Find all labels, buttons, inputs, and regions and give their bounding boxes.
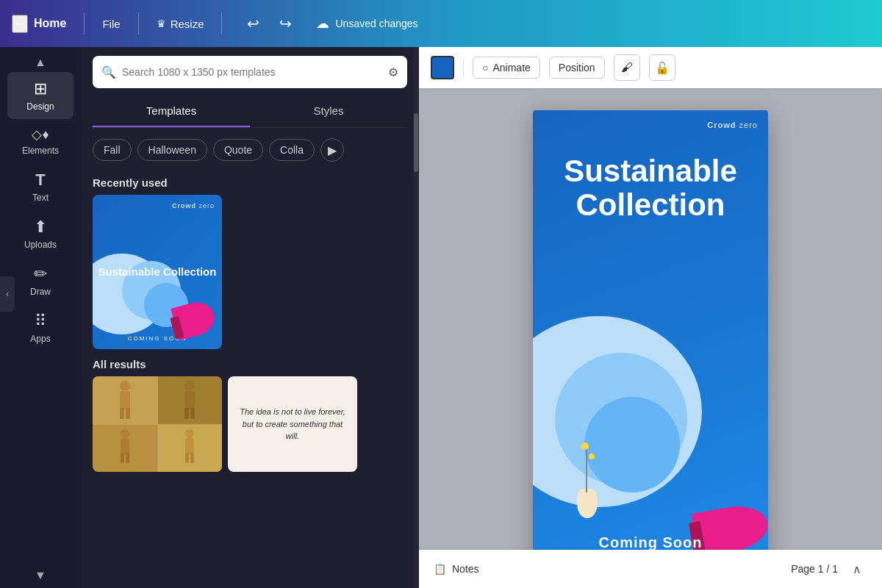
tc-zero: zero: [196, 202, 215, 209]
undo-button[interactable]: ↩: [240, 10, 266, 37]
design-dot-1: [581, 442, 589, 450]
all-results-heading: All results: [81, 349, 419, 376]
resize-button[interactable]: ♛ Resize: [157, 18, 204, 30]
header-actions: ↩ ↪: [240, 10, 298, 37]
header-left: ← Home: [12, 15, 66, 33]
resize-label: Resize: [171, 18, 204, 30]
panel-scrollbar[interactable]: [413, 47, 419, 588]
animate-label: Animate: [492, 62, 530, 74]
svg-point-0: [120, 381, 130, 391]
templates-panel: 🔍 ⚙ Templates Styles Fall Halloween Quot…: [81, 47, 419, 588]
svg-rect-14: [185, 453, 189, 463]
search-input[interactable]: [122, 66, 382, 78]
panel-inner: 🔍 ⚙ Templates Styles Fall Halloween Quot…: [81, 47, 419, 588]
sidebar-uploads-label: Uploads: [24, 240, 57, 250]
tab-styles[interactable]: Styles: [250, 97, 407, 127]
notes-label: Notes: [452, 563, 479, 575]
fashion-cell-2: [158, 376, 223, 424]
file-menu[interactable]: File: [102, 18, 120, 30]
svg-rect-10: [121, 453, 124, 463]
animate-icon: ○: [482, 62, 488, 74]
svg-point-8: [121, 429, 129, 438]
sidebar-scroll-up[interactable]: ▲: [32, 53, 49, 72]
search-icon: 🔍: [101, 65, 116, 79]
design-dot-2: [589, 453, 595, 459]
position-button[interactable]: Position: [549, 57, 605, 79]
design-stem: [586, 448, 587, 492]
tc-crowd: Crowd: [172, 202, 196, 209]
sidebar-item-text[interactable]: T Text: [7, 163, 74, 210]
header-divider-2: [138, 12, 139, 35]
animate-button[interactable]: ○ Animate: [473, 57, 540, 79]
notes-icon: 📋: [434, 563, 446, 575]
svg-rect-13: [185, 438, 194, 454]
search-bar: 🔍 ⚙: [93, 56, 407, 88]
expand-button[interactable]: ∧: [847, 559, 867, 579]
template-card-recent[interactable]: Crowd zero Sustainable Collection COMING…: [93, 195, 222, 349]
fashion-cell-3: [93, 425, 157, 473]
unsaved-status: ☁ Unsaved changes: [316, 15, 417, 32]
page-indicator: Page 1 / 1: [791, 563, 838, 575]
paintbrush-button[interactable]: 🖌: [614, 54, 640, 81]
svg-rect-6: [184, 408, 189, 419]
tag-collage[interactable]: Colla: [269, 139, 315, 161]
result-card-fashion[interactable]: [93, 376, 222, 472]
tag-halloween[interactable]: Halloween: [137, 139, 207, 161]
tag-more[interactable]: ▶: [320, 138, 344, 162]
tag-fall[interactable]: Fall: [93, 139, 132, 161]
svg-rect-5: [184, 391, 195, 409]
lock-button[interactable]: 🔓: [649, 54, 675, 81]
left-sidebar: ▲ ⊞ Design ◇♦ Elements T Text ⬆ Uploads …: [0, 47, 81, 588]
sidebar-scroll-down[interactable]: ▼: [32, 566, 49, 585]
sidebar-elements-label: Elements: [22, 146, 59, 156]
filter-button[interactable]: ⚙: [388, 65, 398, 79]
figure-silhouette-2: [179, 380, 201, 420]
svg-rect-15: [190, 453, 194, 463]
color-swatch[interactable]: [431, 56, 454, 79]
apps-icon: ⠿: [35, 312, 46, 331]
redo-button[interactable]: ↪: [272, 10, 298, 37]
sidebar-draw-label: Draw: [30, 287, 51, 297]
svg-rect-2: [120, 408, 124, 419]
design-coming-soon: Coming Soon: [599, 534, 703, 551]
quote-text: The idea is not to live forever, but to …: [237, 406, 348, 442]
unsaved-label: Unsaved changes: [335, 18, 417, 29]
sidebar-item-elements[interactable]: ◇♦ Elements: [7, 119, 74, 163]
tag-quote[interactable]: Quote: [213, 139, 263, 161]
draw-icon: ✏: [34, 265, 47, 284]
fashion-cell-4: [158, 425, 223, 473]
notes-button[interactable]: 📋 Notes: [434, 563, 479, 575]
svg-point-4: [184, 381, 195, 391]
result-card-quote[interactable]: The idea is not to live forever, but to …: [228, 376, 357, 472]
sidebar-item-uploads[interactable]: ⬆ Uploads: [7, 210, 74, 257]
design-brand: Crowd zero: [707, 121, 758, 129]
sidebar-text-label: Text: [32, 193, 49, 203]
svg-rect-1: [120, 391, 130, 409]
canvas-area: ○ Animate Position 🖌 🔓 Crowd zero Sustai…: [419, 47, 882, 588]
svg-rect-7: [190, 408, 195, 419]
bottom-bar: 📋 Notes Page 1 / 1 ∧: [419, 550, 882, 588]
tc-title: Sustainable Collection: [98, 265, 217, 279]
back-button[interactable]: ←: [12, 15, 28, 33]
scrollbar-thumb: [414, 113, 418, 172]
sidebar-item-draw[interactable]: ✏ Draw: [7, 257, 74, 304]
text-icon: T: [35, 171, 45, 190]
sidebar-item-apps[interactable]: ⠿ Apps: [7, 304, 74, 351]
sidebar-item-design[interactable]: ⊞ Design: [7, 72, 74, 119]
tc-brand: Crowd zero: [172, 202, 215, 209]
collapse-panel-button[interactable]: ‹: [0, 276, 15, 312]
lock-icon: 🔓: [655, 61, 670, 75]
svg-rect-3: [126, 408, 130, 419]
svg-rect-9: [121, 438, 129, 454]
design-icon: ⊞: [34, 79, 47, 98]
design-title: Sustainable Collection: [533, 154, 768, 222]
paintbrush-icon: 🖌: [621, 61, 633, 74]
design-blob-container: [533, 272, 768, 522]
sidebar-apps-label: Apps: [30, 334, 50, 344]
design-blob-3: [584, 397, 680, 492]
tag-row: Fall Halloween Quote Colla ▶: [81, 128, 419, 168]
tabs-bar: Templates Styles: [81, 97, 419, 127]
tab-templates[interactable]: Templates: [93, 97, 250, 127]
canvas-design[interactable]: Crowd zero Sustainable Collection Coming…: [533, 110, 768, 566]
position-label: Position: [559, 62, 595, 74]
